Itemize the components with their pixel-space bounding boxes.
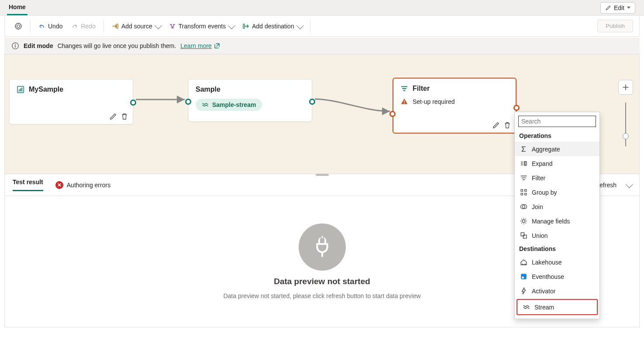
edit-button-label: Edit <box>614 4 624 11</box>
node-sample-title: Sample <box>196 86 220 93</box>
input-port[interactable] <box>185 99 191 105</box>
output-port[interactable] <box>513 105 520 111</box>
svg-rect-19 <box>523 235 526 238</box>
error-badge-icon: ✕ <box>55 181 63 189</box>
node-sample[interactable]: Sample Sample-stream <box>188 79 312 122</box>
search-input[interactable] <box>518 116 596 127</box>
menu-aggregate[interactable]: Aggregate <box>515 142 599 156</box>
svg-rect-1 <box>243 24 245 28</box>
trash-icon[interactable] <box>503 121 511 129</box>
output-port[interactable] <box>309 99 315 105</box>
connector-arrow <box>312 94 395 120</box>
output-port[interactable] <box>130 100 136 106</box>
info-text: Changes will go live once you publish th… <box>58 42 176 49</box>
plug-illustration <box>299 223 346 271</box>
menu-activator[interactable]: Activator <box>515 284 599 298</box>
node-filter-title: Filter <box>413 85 430 93</box>
warning-icon <box>400 98 408 106</box>
activator-icon <box>520 287 527 295</box>
canvas-controls <box>618 80 633 146</box>
redo-label: Redo <box>81 23 95 30</box>
stream-icon <box>523 303 530 311</box>
caret-down-icon <box>627 7 630 9</box>
add-source-button[interactable]: Add source <box>108 21 164 31</box>
stream-pill[interactable]: Sample-stream <box>196 99 262 111</box>
learn-more-link[interactable]: Learn more <box>180 42 220 49</box>
svg-rect-20 <box>521 274 527 279</box>
menu-filter[interactable]: Filter <box>515 171 599 185</box>
filter-lines-icon <box>520 174 527 182</box>
tab-authoring-errors-label: Authoring errors <box>67 182 110 189</box>
svg-rect-6 <box>19 89 20 92</box>
external-link-icon <box>214 42 220 49</box>
menu-stream-highlight: Stream <box>517 299 598 315</box>
chart-icon <box>17 86 24 93</box>
svg-rect-3 <box>15 45 15 48</box>
redo-icon <box>71 23 78 30</box>
svg-rect-0 <box>117 24 118 28</box>
groupby-icon <box>520 189 527 196</box>
sigma-icon <box>520 145 527 153</box>
refresh-label-fragment: efresh <box>599 182 616 189</box>
node-filter[interactable]: Filter Set-up required <box>393 78 517 134</box>
menu-union[interactable]: Union <box>515 228 599 243</box>
menu-lakehouse[interactable]: Lakehouse <box>515 255 599 269</box>
chevron-down-icon <box>296 22 304 29</box>
svg-point-21 <box>522 277 524 279</box>
svg-rect-14 <box>525 193 527 195</box>
svg-point-4 <box>15 44 16 45</box>
stream-pill-label: Sample-stream <box>212 101 256 108</box>
svg-rect-7 <box>20 88 21 91</box>
toolbar: Undo Redo Add source Transform events Ad… <box>4 16 640 37</box>
add-node-button[interactable] <box>618 80 633 95</box>
node-filter-warning: Set-up required <box>413 98 455 105</box>
pencil-icon[interactable] <box>109 113 117 120</box>
tab-authoring-errors[interactable]: ✕ Authoring errors <box>55 181 110 189</box>
svg-rect-13 <box>521 193 523 195</box>
svg-point-17 <box>522 220 525 222</box>
union-icon <box>520 232 527 239</box>
settings-button[interactable] <box>11 21 26 32</box>
plus-icon <box>622 84 629 91</box>
redo-button: Redo <box>68 21 99 31</box>
menu-expand[interactable]: Expand <box>515 156 599 171</box>
section-destinations: Destinations <box>515 243 599 255</box>
chevron-down-icon[interactable] <box>626 181 633 188</box>
menu-join[interactable]: Join <box>515 199 599 214</box>
separator <box>310 20 310 32</box>
stream-icon <box>202 101 209 108</box>
add-destination-button[interactable]: Add destination <box>239 21 306 31</box>
eventhouse-icon <box>520 273 527 280</box>
node-mysample[interactable]: MySample <box>9 79 133 124</box>
menu-groupby[interactable]: Group by <box>515 185 599 199</box>
trash-icon[interactable] <box>121 113 128 120</box>
empty-title: Data preview not started <box>274 277 370 286</box>
tab-test-result[interactable]: Test result <box>13 179 43 191</box>
add-source-icon <box>112 23 119 30</box>
node-mysample-title: MySample <box>29 86 63 93</box>
transform-events-button[interactable]: Transform events <box>165 21 237 31</box>
zoom-slider[interactable] <box>625 103 626 146</box>
plug-icon <box>310 235 334 259</box>
tab-home[interactable]: Home <box>7 0 28 15</box>
svg-rect-18 <box>521 233 524 236</box>
undo-button[interactable]: Undo <box>35 21 66 31</box>
svg-rect-9 <box>404 100 404 103</box>
pencil-icon[interactable] <box>492 121 500 129</box>
section-operations: Operations <box>515 130 599 142</box>
edit-dropdown-button[interactable]: Edit <box>600 2 635 14</box>
svg-rect-8 <box>21 88 22 92</box>
info-bar: Edit mode Changes will go live once you … <box>4 38 640 55</box>
join-icon <box>520 203 527 210</box>
top-tabs: Home Edit <box>0 0 644 16</box>
add-destination-label: Add destination <box>252 23 294 30</box>
input-port[interactable] <box>389 111 396 117</box>
zoom-handle[interactable] <box>623 133 629 139</box>
svg-point-10 <box>404 103 405 104</box>
menu-manage-fields[interactable]: Manage fields <box>515 214 599 228</box>
learn-more-label: Learn more <box>180 42 212 49</box>
info-title: Edit mode <box>24 42 53 49</box>
menu-eventhouse[interactable]: Eventhouse <box>515 269 599 284</box>
transform-icon <box>169 23 176 30</box>
menu-stream[interactable]: Stream <box>517 300 597 314</box>
